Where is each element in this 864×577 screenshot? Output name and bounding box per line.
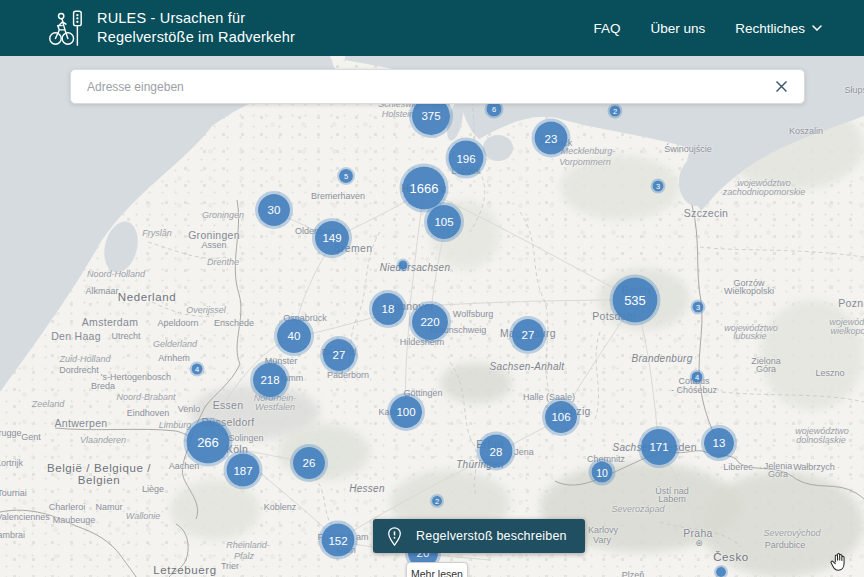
hand-cursor-icon — [829, 551, 850, 577]
cluster-marker-149[interactable]: 149 — [315, 221, 349, 255]
cluster-marker-266[interactable]: 266 — [187, 421, 230, 464]
cluster-marker-28[interactable]: 28 — [480, 435, 513, 468]
cluster-marker-dot[interactable] — [399, 261, 408, 270]
cluster-marker-100[interactable]: 100 — [390, 396, 422, 428]
cluster-marker-171[interactable]: 171 — [641, 429, 677, 465]
cyclist-traffic-light-logo-icon — [46, 8, 84, 48]
nav-ueber-uns[interactable]: Über uns — [650, 21, 705, 36]
cluster-marker-18[interactable]: 18 — [372, 293, 404, 325]
cluster-marker-23[interactable]: 23 — [535, 122, 568, 155]
nav-faq[interactable]: FAQ — [593, 21, 620, 36]
cluster-marker-3[interactable]: 3 — [693, 302, 704, 313]
cluster-marker-40[interactable]: 40 — [277, 319, 311, 353]
cluster-marker-535[interactable]: 535 — [613, 278, 658, 323]
cluster-marker-187[interactable]: 187 — [227, 454, 260, 487]
pin-exclamation-icon — [385, 526, 404, 547]
nav-rechtliches[interactable]: Rechtliches — [735, 21, 822, 36]
cluster-marker-152[interactable]: 152 — [322, 524, 355, 557]
cluster-marker-dot[interactable] — [716, 567, 726, 577]
cluster-marker-105[interactable]: 105 — [427, 205, 461, 239]
cluster-marker-2[interactable]: 2 — [432, 496, 442, 506]
page-title: RULES - Ursachen für Regelverstöße im Ra… — [97, 9, 295, 47]
cluster-marker-4[interactable]: 4 — [692, 372, 703, 383]
cluster-marker-2[interactable]: 2 — [610, 106, 621, 117]
mehr-lesen-label: Mehr lesen — [411, 568, 463, 577]
cluster-marker-5[interactable]: 5 — [339, 169, 353, 183]
cluster-marker-3[interactable]: 3 — [653, 181, 664, 192]
cluster-marker-1666[interactable]: 1666 — [403, 167, 446, 210]
report-violation-label: Regelverstoß beschreiben — [416, 529, 567, 543]
app-header: RULES - Ursachen für Regelverstöße im Ra… — [0, 0, 864, 56]
cluster-marker-10[interactable]: 10 — [592, 462, 613, 483]
mehr-lesen-button[interactable]: Mehr lesen — [406, 562, 468, 577]
cluster-marker-218[interactable]: 218 — [253, 363, 287, 397]
clear-search-icon[interactable] — [772, 77, 791, 96]
address-search-bar — [70, 69, 805, 104]
main-nav: FAQ Über uns Rechtliches — [593, 21, 836, 36]
cluster-marker-220[interactable]: 220 — [412, 304, 448, 340]
cluster-marker-196[interactable]: 196 — [449, 141, 484, 176]
cluster-marker-27[interactable]: 27 — [323, 339, 355, 371]
report-violation-button[interactable]: Regelverstoß beschreiben — [373, 519, 585, 553]
cluster-marker-4[interactable]: 4 — [192, 364, 203, 375]
address-search-input[interactable] — [85, 79, 772, 95]
page-title-line2: Regelverstöße im Radverkehr — [97, 28, 295, 47]
page-title-line1: RULES - Ursachen für — [97, 9, 295, 28]
cluster-marker-27[interactable]: 27 — [512, 319, 544, 351]
cluster-marker-13[interactable]: 13 — [704, 428, 734, 458]
cluster-marker-30[interactable]: 30 — [258, 194, 290, 226]
cluster-marker-26[interactable]: 26 — [293, 447, 325, 479]
rules-app: Schleswig-HolsteinKielLübeckRostockHambu… — [0, 0, 864, 577]
chevron-down-icon — [812, 25, 822, 31]
brand[interactable]: RULES - Ursachen für Regelverstöße im Ra… — [46, 8, 295, 48]
map-canvas[interactable]: Schleswig-HolsteinKielLübeckRostockHambu… — [0, 0, 864, 577]
cluster-marker-106[interactable]: 106 — [545, 401, 577, 433]
